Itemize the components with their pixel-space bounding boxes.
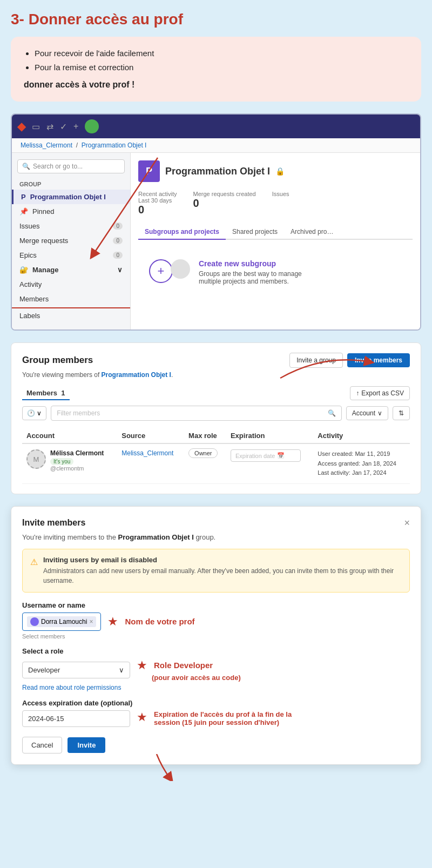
page-title: 3- Donner accès au prof [11, 11, 421, 28]
gitlab-main: P Programmation Objet I 🔒 Recent activit… [131, 153, 420, 329]
members-subtitle: You're viewing members of Programmation … [22, 371, 410, 379]
close-icon[interactable]: × [404, 517, 410, 529]
breadcrumb-project[interactable]: Programmation Objet I [82, 142, 147, 149]
tab-subgroups[interactable]: Subgroups and projects [138, 225, 226, 240]
gitlab-body: 🔍 Search or go to... Group P Programmati… [12, 153, 420, 329]
expiration-input[interactable] [22, 710, 130, 727]
user-avatar [85, 119, 99, 133]
history-button[interactable]: 🕐 ∨ [22, 406, 46, 420]
role-developer-sub: (pour avoir accès au code) [152, 674, 241, 682]
member-handle: @clermontm [50, 465, 84, 472]
create-subgroup-area: + Create new subgroup Groups are the bes… [138, 248, 413, 296]
sidebar-item-members[interactable]: Members [12, 292, 130, 308]
manage-icon: 🔐 [19, 266, 28, 274]
star-expiration-icon: ★ [137, 710, 147, 724]
project-icon: P [21, 193, 26, 201]
members-header: Group members Invite a group Invite memb… [22, 353, 410, 368]
sidebar-item-merge-requests[interactable]: Merge requests 0 [12, 233, 130, 248]
stat-issues: Issues [272, 191, 289, 216]
members-tabs-row: Members 1 ↑ Export as CSV [22, 386, 410, 400]
stat-activity-val: 0 [138, 204, 177, 216]
role-field-group: Select a role Developer ∨ ★ Role Develop… [22, 647, 410, 691]
username-tag-input[interactable]: Dorra Lamouchi × [22, 613, 101, 631]
merge-badge: 0 [113, 237, 123, 244]
expiration-date-input[interactable]: Expiration date 📅 [231, 449, 301, 462]
plus-icon[interactable]: + [73, 122, 78, 131]
members-title: Group members [22, 355, 93, 366]
project-avatar: P [138, 160, 160, 182]
sidebar-item-activity[interactable]: Activity [12, 277, 130, 292]
warning-text: Administrators can add new users by emai… [43, 566, 402, 586]
sidebar-item-pinned[interactable]: 📌 Pinned [12, 204, 130, 219]
sidebar-pinned-label: Pinned [32, 207, 54, 216]
invite-button[interactable]: Invite [68, 737, 105, 753]
calendar-icon: 📅 [277, 452, 285, 459]
members-section: Group members Invite a group Invite memb… [11, 342, 421, 494]
info-bullet-1: Pour recevoir de l'aide facilement [35, 46, 408, 60]
col-account: Account [22, 428, 117, 443]
sort-order-button[interactable]: ⇅ [393, 406, 410, 420]
search-placeholder: Search or go to... [33, 163, 83, 170]
nom-prof-label: Nom de votre prof [125, 617, 194, 626]
info-cta: donner accès à votre prof ! [24, 77, 408, 92]
user-tag: Dorra Lamouchi × [27, 616, 96, 627]
role-value: Developer [28, 666, 60, 674]
sidebar-section-label: Group [12, 179, 130, 190]
project-stats: Recent activity Last 30 days 0 Merge req… [138, 191, 413, 216]
sidebar-item-labels[interactable]: Labels [12, 308, 130, 323]
invite-group-button[interactable]: Invite a group [289, 353, 343, 368]
member-activity: User created: Mar 11, 2019 Access grante… [318, 449, 406, 478]
read-more-link[interactable]: Read more about role permissions [22, 684, 410, 691]
col-maxrole: Max role [184, 428, 226, 443]
sidebar-item-programmation[interactable]: P Programmation Objet I [12, 190, 130, 204]
stat-merge-val: 0 [193, 197, 256, 210]
col-activity: Activity [313, 428, 410, 443]
invite-modal-wrapper: Invite members × You're inviting members… [11, 506, 421, 765]
search-icon-filter: 🔍 [328, 409, 336, 417]
project-header: P Programmation Objet I 🔒 [138, 160, 413, 182]
filter-input[interactable]: Filter members 🔍 [51, 406, 341, 421]
cancel-button[interactable]: Cancel [22, 737, 62, 753]
sidebar-item-manage[interactable]: 🔐 Manage ∨ [12, 263, 130, 277]
tab-shared[interactable]: Shared projects [226, 225, 284, 239]
gitlab-sidebar: 🔍 Search or go to... Group P Programmati… [12, 153, 131, 329]
sidebar-epics-label: Epics [19, 251, 37, 259]
expiration-text: Expiration de l'accès du prof à la fin d… [154, 710, 305, 726]
modal-title: Invite members [22, 518, 85, 528]
avatar-placeholder [171, 259, 190, 279]
search-bar[interactable]: 🔍 Search or go to... [17, 159, 125, 173]
subgroup-title: Create new subgroup [199, 259, 307, 268]
role-select[interactable]: Developer ∨ [22, 662, 130, 678]
modal-group-name: Programmation Objet I [118, 533, 194, 541]
tag-remove-button[interactable]: × [89, 618, 93, 625]
info-box: Pour recevoir de l'aide facilement Pour … [11, 37, 421, 102]
invite-members-button[interactable]: Invite members [347, 353, 410, 367]
breadcrumb-user[interactable]: Melissa_Clermont [21, 142, 72, 149]
sidebar-merge-label: Merge requests [19, 237, 68, 245]
members-tab-active[interactable]: Members 1 [22, 387, 70, 400]
expiration-placeholder: Expiration date [235, 453, 275, 459]
tab-archived[interactable]: Archived pro… [284, 225, 340, 239]
stat-issues-label: Issues [272, 191, 289, 197]
search-icon: 🔍 [22, 163, 30, 170]
export-csv-button[interactable]: ↑ Export as CSV [350, 386, 410, 400]
star-nom-icon: ★ [107, 615, 118, 629]
sidebar-members-label: Members [19, 295, 49, 303]
pages-icon: ▭ [32, 122, 40, 132]
sidebar-labels-label: Labels [19, 312, 40, 320]
breadcrumb: Melissa_Clermont / Programmation Objet I [12, 138, 420, 153]
sort-button[interactable]: Account ∨ [346, 406, 388, 420]
member-source-link[interactable]: Melissa_Clermont [122, 449, 173, 457]
modal-subtitle: You're inviting members to the Programma… [22, 533, 410, 541]
sidebar-item-epics[interactable]: Epics 0 [12, 248, 130, 263]
create-subgroup-button[interactable]: + [149, 259, 173, 283]
members-count: 1 [61, 389, 65, 397]
activity-last: Last activity: Jan 17, 2024 [318, 468, 406, 478]
members-header-buttons: Invite a group Invite members [289, 353, 410, 368]
gitlab-logo: ◆ [17, 120, 25, 133]
stat-activity: Recent activity Last 30 days 0 [138, 191, 177, 216]
members-table: Account Source Max role Expiration Activ… [22, 428, 410, 484]
sidebar-item-issues[interactable]: Issues 0 [12, 219, 130, 233]
sidebar-programmation-label: Programmation Objet I [30, 193, 106, 201]
role-developer-label: Role Developer [154, 661, 213, 670]
